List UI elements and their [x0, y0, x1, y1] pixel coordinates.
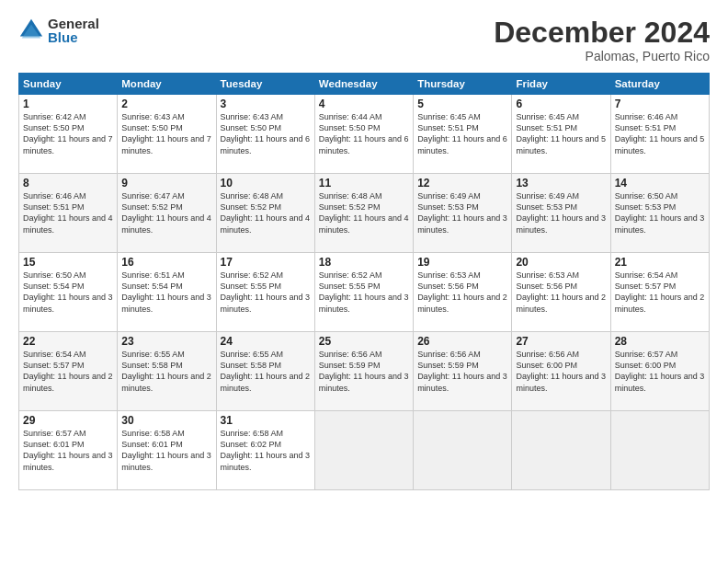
- day-number: 1: [23, 98, 113, 110]
- day-number: 26: [417, 335, 507, 348]
- day-info: Sunrise: 6:56 AMSunset: 6:00 PMDaylight:…: [516, 350, 606, 392]
- day-number: 12: [417, 177, 507, 190]
- table-row: 25 Sunrise: 6:56 AMSunset: 5:59 PMDaylig…: [314, 332, 413, 411]
- table-row: 27 Sunrise: 6:56 AMSunset: 6:00 PMDaylig…: [512, 332, 610, 411]
- day-number: 19: [417, 256, 507, 269]
- day-number: 6: [516, 98, 606, 110]
- table-row: 29 Sunrise: 6:57 AMSunset: 6:01 PMDaylig…: [19, 411, 118, 490]
- day-info: Sunrise: 6:50 AMSunset: 5:54 PMDaylight:…: [23, 270, 113, 313]
- day-number: 4: [319, 98, 409, 110]
- col-wednesday: Wednesday: [314, 74, 413, 95]
- day-info: Sunrise: 6:49 AMSunset: 5:53 PMDaylight:…: [516, 191, 606, 234]
- day-info: Sunrise: 6:43 AMSunset: 5:50 PMDaylight:…: [121, 112, 211, 155]
- day-number: 24: [221, 335, 311, 348]
- col-thursday: Thursday: [414, 74, 512, 95]
- day-number: 5: [417, 98, 507, 110]
- day-number: 16: [121, 256, 211, 269]
- day-info: Sunrise: 6:58 AMSunset: 6:02 PMDaylight:…: [221, 429, 311, 471]
- day-info: Sunrise: 6:45 AMSunset: 5:51 PMDaylight:…: [417, 112, 507, 155]
- table-row: 1 Sunrise: 6:42 AMSunset: 5:50 PMDayligh…: [19, 95, 118, 174]
- table-row: 21 Sunrise: 6:54 AMSunset: 5:57 PMDaylig…: [610, 253, 709, 332]
- day-info: Sunrise: 6:56 AMSunset: 5:59 PMDaylight:…: [319, 350, 409, 392]
- table-row: 6 Sunrise: 6:45 AMSunset: 5:51 PMDayligh…: [512, 95, 610, 174]
- day-number: 15: [23, 256, 113, 269]
- calendar-week-5: 29 Sunrise: 6:57 AMSunset: 6:01 PMDaylig…: [19, 411, 710, 490]
- day-info: Sunrise: 6:42 AMSunset: 5:50 PMDaylight:…: [23, 112, 113, 155]
- day-info: Sunrise: 6:46 AMSunset: 5:51 PMDaylight:…: [23, 191, 113, 234]
- title-block: December 2024 Palomas, Puerto Rico: [494, 17, 710, 63]
- col-monday: Monday: [118, 74, 216, 95]
- table-row: 26 Sunrise: 6:56 AMSunset: 5:59 PMDaylig…: [414, 332, 512, 411]
- day-info: Sunrise: 6:52 AMSunset: 5:55 PMDaylight:…: [221, 270, 311, 313]
- day-number: 9: [121, 177, 211, 190]
- table-row: [512, 411, 610, 490]
- day-info: Sunrise: 6:47 AMSunset: 5:52 PMDaylight:…: [121, 191, 211, 234]
- day-number: 31: [221, 414, 311, 427]
- day-info: Sunrise: 6:49 AMSunset: 5:53 PMDaylight:…: [417, 191, 507, 234]
- table-row: 3 Sunrise: 6:43 AMSunset: 5:50 PMDayligh…: [216, 95, 314, 174]
- day-number: 21: [615, 256, 705, 269]
- table-row: 18 Sunrise: 6:52 AMSunset: 5:55 PMDaylig…: [314, 253, 413, 332]
- day-number: 20: [516, 256, 606, 269]
- day-info: Sunrise: 6:45 AMSunset: 5:51 PMDaylight:…: [516, 112, 606, 155]
- calendar-table: Sunday Monday Tuesday Wednesday Thursday…: [18, 73, 710, 490]
- table-row: 31 Sunrise: 6:58 AMSunset: 6:02 PMDaylig…: [216, 411, 314, 490]
- day-info: Sunrise: 6:46 AMSunset: 5:51 PMDaylight:…: [615, 112, 705, 155]
- day-info: Sunrise: 6:51 AMSunset: 5:54 PMDaylight:…: [121, 270, 211, 313]
- day-info: Sunrise: 6:58 AMSunset: 6:01 PMDaylight:…: [121, 429, 211, 471]
- table-row: 23 Sunrise: 6:55 AMSunset: 5:58 PMDaylig…: [118, 332, 216, 411]
- month-title: December 2024: [494, 17, 710, 49]
- day-info: Sunrise: 6:44 AMSunset: 5:50 PMDaylight:…: [319, 112, 409, 155]
- table-row: 10 Sunrise: 6:48 AMSunset: 5:52 PMDaylig…: [216, 174, 314, 253]
- calendar-week-4: 22 Sunrise: 6:54 AMSunset: 5:57 PMDaylig…: [19, 332, 710, 411]
- day-number: 8: [23, 177, 113, 190]
- table-row: 19 Sunrise: 6:53 AMSunset: 5:56 PMDaylig…: [414, 253, 512, 332]
- day-number: 18: [319, 256, 409, 269]
- day-info: Sunrise: 6:50 AMSunset: 5:53 PMDaylight:…: [615, 191, 705, 234]
- day-number: 27: [516, 335, 606, 348]
- logo-text: General Blue: [48, 17, 99, 44]
- day-number: 2: [121, 98, 211, 110]
- day-number: 11: [319, 177, 409, 190]
- day-info: Sunrise: 6:48 AMSunset: 5:52 PMDaylight:…: [221, 191, 311, 234]
- day-info: Sunrise: 6:53 AMSunset: 5:56 PMDaylight:…: [516, 270, 606, 313]
- day-info: Sunrise: 6:54 AMSunset: 5:57 PMDaylight:…: [615, 270, 705, 313]
- table-row: [314, 411, 413, 490]
- day-info: Sunrise: 6:43 AMSunset: 5:50 PMDaylight:…: [221, 112, 311, 155]
- table-row: 9 Sunrise: 6:47 AMSunset: 5:52 PMDayligh…: [118, 174, 216, 253]
- logo-general: General: [48, 17, 99, 30]
- logo: General Blue: [18, 17, 99, 44]
- logo-icon: [18, 17, 44, 43]
- day-number: 10: [221, 177, 311, 190]
- table-row: [610, 411, 709, 490]
- day-info: Sunrise: 6:57 AMSunset: 6:01 PMDaylight:…: [23, 429, 113, 471]
- table-row: 28 Sunrise: 6:57 AMSunset: 6:00 PMDaylig…: [610, 332, 709, 411]
- col-tuesday: Tuesday: [216, 74, 314, 95]
- table-row: 15 Sunrise: 6:50 AMSunset: 5:54 PMDaylig…: [19, 253, 118, 332]
- day-info: Sunrise: 6:53 AMSunset: 5:56 PMDaylight:…: [417, 270, 507, 313]
- table-row: 5 Sunrise: 6:45 AMSunset: 5:51 PMDayligh…: [414, 95, 512, 174]
- day-info: Sunrise: 6:57 AMSunset: 6:00 PMDaylight:…: [615, 350, 705, 392]
- table-row: 11 Sunrise: 6:48 AMSunset: 5:52 PMDaylig…: [314, 174, 413, 253]
- header-row: Sunday Monday Tuesday Wednesday Thursday…: [19, 74, 710, 95]
- day-info: Sunrise: 6:55 AMSunset: 5:58 PMDaylight:…: [121, 350, 211, 392]
- calendar-week-1: 1 Sunrise: 6:42 AMSunset: 5:50 PMDayligh…: [19, 95, 710, 174]
- table-row: 12 Sunrise: 6:49 AMSunset: 5:53 PMDaylig…: [414, 174, 512, 253]
- table-row: 14 Sunrise: 6:50 AMSunset: 5:53 PMDaylig…: [610, 174, 709, 253]
- day-number: 14: [615, 177, 705, 190]
- table-row: [414, 411, 512, 490]
- day-number: 30: [121, 414, 211, 427]
- day-number: 7: [615, 98, 705, 110]
- day-number: 17: [221, 256, 311, 269]
- table-row: 20 Sunrise: 6:53 AMSunset: 5:56 PMDaylig…: [512, 253, 610, 332]
- calendar-week-3: 15 Sunrise: 6:50 AMSunset: 5:54 PMDaylig…: [19, 253, 710, 332]
- table-row: 30 Sunrise: 6:58 AMSunset: 6:01 PMDaylig…: [118, 411, 216, 490]
- day-number: 29: [23, 414, 113, 427]
- table-row: 4 Sunrise: 6:44 AMSunset: 5:50 PMDayligh…: [314, 95, 413, 174]
- day-info: Sunrise: 6:54 AMSunset: 5:57 PMDaylight:…: [23, 350, 113, 392]
- table-row: 8 Sunrise: 6:46 AMSunset: 5:51 PMDayligh…: [19, 174, 118, 253]
- day-number: 25: [319, 335, 409, 348]
- day-number: 22: [23, 335, 113, 348]
- day-info: Sunrise: 6:55 AMSunset: 5:58 PMDaylight:…: [221, 350, 311, 392]
- day-number: 3: [221, 98, 311, 110]
